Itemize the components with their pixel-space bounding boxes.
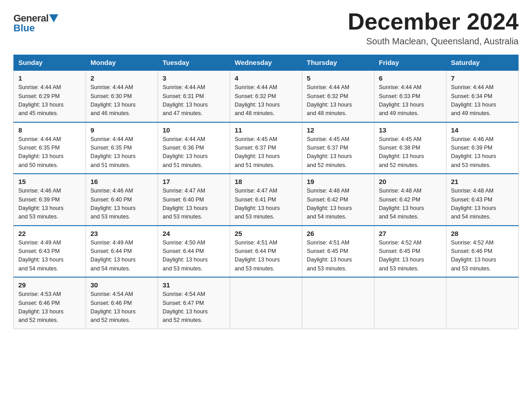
day-info: Sunrise: 4:44 AMSunset: 6:32 PMDaylight:… (307, 83, 369, 118)
calendar-cell: 27Sunrise: 4:52 AMSunset: 6:45 PMDayligh… (374, 226, 446, 278)
calendar-week-row: 1Sunrise: 4:44 AMSunset: 6:29 PMDaylight… (14, 70, 519, 122)
calendar-cell: 2Sunrise: 4:44 AMSunset: 6:30 PMDaylight… (86, 70, 158, 122)
calendar-cell: 22Sunrise: 4:49 AMSunset: 6:43 PMDayligh… (14, 226, 86, 278)
calendar-cell: 4Sunrise: 4:44 AMSunset: 6:32 PMDaylight… (230, 70, 302, 122)
day-number: 24 (163, 230, 225, 237)
day-number: 7 (451, 74, 514, 82)
day-info: Sunrise: 4:46 AMSunset: 6:40 PMDaylight:… (90, 187, 153, 222)
day-info: Sunrise: 4:44 AMSunset: 6:35 PMDaylight:… (90, 135, 153, 170)
day-info: Sunrise: 4:46 AMSunset: 6:39 PMDaylight:… (451, 135, 514, 170)
column-header-tuesday: Tuesday (158, 55, 230, 71)
day-info: Sunrise: 4:48 AMSunset: 6:43 PMDaylight:… (451, 187, 514, 222)
day-info: Sunrise: 4:44 AMSunset: 6:30 PMDaylight:… (90, 83, 153, 118)
day-number: 2 (90, 74, 153, 82)
calendar-cell: 5Sunrise: 4:44 AMSunset: 6:32 PMDaylight… (302, 70, 374, 122)
day-info: Sunrise: 4:44 AMSunset: 6:31 PMDaylight:… (163, 83, 225, 118)
day-info: Sunrise: 4:51 AMSunset: 6:45 PMDaylight:… (307, 239, 369, 274)
calendar-cell (302, 277, 374, 329)
calendar-cell (446, 277, 519, 329)
calendar-cell: 25Sunrise: 4:51 AMSunset: 6:44 PMDayligh… (230, 226, 302, 278)
calendar-cell: 21Sunrise: 4:48 AMSunset: 6:43 PMDayligh… (446, 174, 519, 226)
day-number: 1 (18, 74, 81, 82)
calendar-cell: 3Sunrise: 4:44 AMSunset: 6:31 PMDaylight… (158, 70, 230, 122)
day-info: Sunrise: 4:44 AMSunset: 6:29 PMDaylight:… (18, 83, 81, 118)
day-info: Sunrise: 4:44 AMSunset: 6:35 PMDaylight:… (18, 135, 81, 170)
logo-triangle-icon (49, 14, 58, 22)
day-info: Sunrise: 4:44 AMSunset: 6:36 PMDaylight:… (163, 135, 225, 170)
day-number: 9 (90, 126, 153, 134)
calendar-cell (374, 277, 446, 329)
calendar-cell: 28Sunrise: 4:52 AMSunset: 6:46 PMDayligh… (446, 226, 519, 278)
day-number: 26 (307, 230, 369, 237)
day-info: Sunrise: 4:51 AMSunset: 6:44 PMDaylight:… (235, 239, 297, 274)
day-number: 16 (90, 178, 153, 185)
day-number: 8 (18, 126, 81, 134)
calendar-cell: 20Sunrise: 4:48 AMSunset: 6:42 PMDayligh… (374, 174, 446, 226)
day-number: 21 (451, 178, 514, 185)
calendar-week-row: 22Sunrise: 4:49 AMSunset: 6:43 PMDayligh… (14, 226, 519, 278)
day-number: 20 (379, 178, 442, 185)
calendar-cell: 29Sunrise: 4:53 AMSunset: 6:46 PMDayligh… (14, 277, 86, 329)
calendar-cell: 6Sunrise: 4:44 AMSunset: 6:33 PMDaylight… (374, 70, 446, 122)
day-number: 19 (307, 178, 369, 185)
day-info: Sunrise: 4:44 AMSunset: 6:34 PMDaylight:… (451, 83, 514, 118)
day-number: 17 (163, 178, 225, 185)
column-header-saturday: Saturday (446, 55, 519, 71)
day-number: 14 (451, 126, 514, 134)
calendar-cell: 23Sunrise: 4:49 AMSunset: 6:44 PMDayligh… (86, 226, 158, 278)
calendar-cell: 11Sunrise: 4:45 AMSunset: 6:37 PMDayligh… (230, 122, 302, 174)
calendar-week-row: 29Sunrise: 4:53 AMSunset: 6:46 PMDayligh… (14, 277, 519, 329)
day-info: Sunrise: 4:49 AMSunset: 6:43 PMDaylight:… (18, 239, 81, 274)
logo: General Blue (13, 13, 59, 34)
page-header: General Blue December 2024 South Maclean… (13, 9, 519, 47)
calendar-cell: 15Sunrise: 4:46 AMSunset: 6:39 PMDayligh… (14, 174, 86, 226)
day-number: 5 (307, 74, 369, 82)
calendar-cell: 1Sunrise: 4:44 AMSunset: 6:29 PMDaylight… (14, 70, 86, 122)
calendar-header-row: SundayMondayTuesdayWednesdayThursdayFrid… (14, 55, 519, 71)
day-number: 4 (235, 74, 297, 82)
calendar-cell: 12Sunrise: 4:45 AMSunset: 6:37 PMDayligh… (302, 122, 374, 174)
calendar-cell: 8Sunrise: 4:44 AMSunset: 6:35 PMDaylight… (14, 122, 86, 174)
day-info: Sunrise: 4:47 AMSunset: 6:41 PMDaylight:… (235, 187, 297, 222)
day-info: Sunrise: 4:45 AMSunset: 6:37 PMDaylight:… (235, 135, 297, 170)
day-info: Sunrise: 4:44 AMSunset: 6:32 PMDaylight:… (235, 83, 297, 118)
calendar-cell: 24Sunrise: 4:50 AMSunset: 6:44 PMDayligh… (158, 226, 230, 278)
day-info: Sunrise: 4:47 AMSunset: 6:40 PMDaylight:… (163, 187, 225, 222)
calendar-week-row: 8Sunrise: 4:44 AMSunset: 6:35 PMDaylight… (14, 122, 519, 174)
day-number: 25 (235, 230, 297, 237)
day-number: 11 (235, 126, 297, 134)
month-year-title: December 2024 (348, 9, 519, 34)
day-info: Sunrise: 4:48 AMSunset: 6:42 PMDaylight:… (307, 187, 369, 222)
day-info: Sunrise: 4:46 AMSunset: 6:39 PMDaylight:… (18, 187, 81, 222)
day-number: 12 (307, 126, 369, 134)
calendar-cell: 16Sunrise: 4:46 AMSunset: 6:40 PMDayligh… (86, 174, 158, 226)
day-number: 23 (90, 230, 153, 237)
day-info: Sunrise: 4:53 AMSunset: 6:46 PMDaylight:… (18, 290, 81, 325)
day-info: Sunrise: 4:48 AMSunset: 6:42 PMDaylight:… (379, 187, 442, 222)
day-number: 15 (18, 178, 81, 185)
calendar-cell: 18Sunrise: 4:47 AMSunset: 6:41 PMDayligh… (230, 174, 302, 226)
column-header-thursday: Thursday (302, 55, 374, 71)
day-info: Sunrise: 4:44 AMSunset: 6:33 PMDaylight:… (379, 83, 442, 118)
day-number: 29 (18, 281, 81, 289)
column-header-monday: Monday (86, 55, 158, 71)
column-header-sunday: Sunday (14, 55, 86, 71)
calendar-cell: 30Sunrise: 4:54 AMSunset: 6:46 PMDayligh… (86, 277, 158, 329)
day-number: 18 (235, 178, 297, 185)
calendar-cell (230, 277, 302, 329)
column-header-friday: Friday (374, 55, 446, 71)
day-number: 27 (379, 230, 442, 237)
calendar-week-row: 15Sunrise: 4:46 AMSunset: 6:39 PMDayligh… (14, 174, 519, 226)
day-info: Sunrise: 4:45 AMSunset: 6:38 PMDaylight:… (379, 135, 442, 170)
day-number: 10 (163, 126, 225, 134)
day-info: Sunrise: 4:50 AMSunset: 6:44 PMDaylight:… (163, 239, 225, 274)
day-info: Sunrise: 4:45 AMSunset: 6:37 PMDaylight:… (307, 135, 369, 170)
calendar-cell: 31Sunrise: 4:54 AMSunset: 6:47 PMDayligh… (158, 277, 230, 329)
location-subtitle: South Maclean, Queensland, Australia (348, 36, 519, 47)
day-info: Sunrise: 4:52 AMSunset: 6:45 PMDaylight:… (379, 239, 442, 274)
calendar-cell: 7Sunrise: 4:44 AMSunset: 6:34 PMDaylight… (446, 70, 519, 122)
day-number: 3 (163, 74, 225, 82)
calendar-table: SundayMondayTuesdayWednesdayThursdayFrid… (13, 55, 519, 329)
day-info: Sunrise: 4:49 AMSunset: 6:44 PMDaylight:… (90, 239, 153, 274)
column-header-wednesday: Wednesday (230, 55, 302, 71)
